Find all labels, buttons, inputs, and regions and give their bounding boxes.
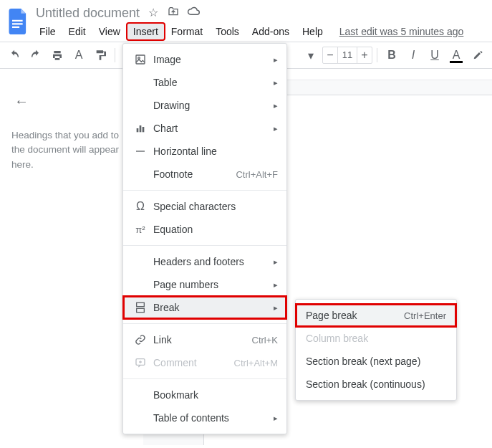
submenu-arrow-icon: ▸ xyxy=(274,124,278,133)
break-icon xyxy=(132,302,149,313)
submenu-item-label: Column break xyxy=(306,333,446,344)
bold-button[interactable]: B xyxy=(382,45,402,65)
redo-button[interactable] xyxy=(26,45,46,65)
menu-item-label: Drawing xyxy=(149,100,274,111)
insert-item-footnote[interactable]: FootnoteCtrl+Alt+F xyxy=(123,163,286,186)
last-edit-link[interactable]: Last edit was 5 minutes ago xyxy=(339,26,464,37)
text-color-button[interactable]: A xyxy=(446,45,466,65)
menu-item-shortcut: Ctrl+K xyxy=(252,335,278,345)
menu-item-label: Page numbers xyxy=(149,279,274,290)
insert-item-horizontal-line[interactable]: Horizontal line xyxy=(123,140,286,163)
menu-item-label: Image xyxy=(149,54,274,65)
break-item-section-break-next-page-[interactable]: Section break (next page) xyxy=(296,350,456,373)
menu-separator xyxy=(123,323,286,324)
submenu-item-label: Section break (next page) xyxy=(306,356,446,367)
menubar: File Edit View Insert Format Tools Add-o… xyxy=(32,22,486,42)
break-item-column-break: Column break xyxy=(296,327,456,350)
move-icon[interactable] xyxy=(167,6,180,20)
menu-item-label: Chart xyxy=(149,123,274,134)
special-icon: Ω xyxy=(132,200,149,213)
chart-icon xyxy=(132,123,149,134)
menu-file[interactable]: File xyxy=(33,23,62,40)
insert-item-link[interactable]: LinkCtrl+K xyxy=(123,328,286,351)
submenu-arrow-icon: ▸ xyxy=(274,280,278,290)
outline-placeholder: Headings that you add to the document wi… xyxy=(11,128,132,172)
svg-rect-2 xyxy=(12,27,19,28)
menu-insert[interactable]: Insert xyxy=(127,23,165,40)
svg-rect-0 xyxy=(12,20,23,22)
font-size-value[interactable]: 11 xyxy=(337,47,357,63)
menu-separator xyxy=(123,378,286,379)
italic-button[interactable]: I xyxy=(403,45,423,65)
font-size-plus[interactable]: + xyxy=(357,49,372,62)
menu-item-label: Break xyxy=(149,302,274,313)
doc-title[interactable]: Untitled document xyxy=(36,6,140,21)
font-size-control: − 11 + xyxy=(322,47,372,64)
svg-rect-6 xyxy=(140,125,142,132)
insert-item-page-numbers[interactable]: Page numbers▸ xyxy=(123,273,286,296)
break-item-page-break[interactable]: Page breakCtrl+Enter xyxy=(296,304,456,327)
insert-item-chart[interactable]: Chart▸ xyxy=(123,117,286,140)
submenu-arrow-icon: ▸ xyxy=(274,303,278,313)
menu-view[interactable]: View xyxy=(92,23,127,40)
image-icon xyxy=(132,54,149,65)
svg-rect-10 xyxy=(137,308,145,312)
menu-separator xyxy=(123,245,286,246)
underline-button[interactable]: U xyxy=(425,45,445,65)
menu-separator xyxy=(123,190,286,191)
spellcheck-button[interactable]: A xyxy=(69,45,89,65)
menu-item-label: Comment xyxy=(149,357,234,368)
print-button[interactable] xyxy=(47,45,67,65)
submenu-arrow-icon: ▸ xyxy=(274,78,278,87)
submenu-arrow-icon: ▸ xyxy=(274,414,278,423)
submenu-item-label: Page break xyxy=(306,310,404,321)
cloud-icon[interactable] xyxy=(187,6,200,20)
menu-item-label: Equation xyxy=(149,224,278,235)
svg-rect-7 xyxy=(143,127,145,132)
highlight-button[interactable] xyxy=(468,45,488,65)
star-icon[interactable]: ☆ xyxy=(147,6,160,20)
menu-tools[interactable]: Tools xyxy=(209,23,246,40)
break-submenu: Page breakCtrl+EnterColumn breakSection … xyxy=(295,299,457,401)
paint-format-button[interactable] xyxy=(90,45,110,65)
menu-item-label: Special characters xyxy=(149,201,278,212)
svg-rect-5 xyxy=(137,128,139,132)
insert-item-table[interactable]: Table▸ xyxy=(123,71,286,94)
menu-item-label: Table of contents xyxy=(149,412,274,424)
menu-item-label: Footnote xyxy=(149,168,236,180)
font-dropdown[interactable]: ▾ xyxy=(301,45,321,65)
svg-point-4 xyxy=(138,57,140,59)
docs-logo[interactable] xyxy=(6,4,32,39)
menu-item-shortcut: Ctrl+Alt+F xyxy=(236,169,278,180)
submenu-arrow-icon: ▸ xyxy=(274,55,278,65)
insert-item-special-characters[interactable]: ΩSpecial characters xyxy=(123,195,286,218)
outline-sidebar: ← Headings that you add to the document … xyxy=(0,69,143,445)
svg-rect-3 xyxy=(136,55,145,64)
menu-format[interactable]: Format xyxy=(165,23,209,40)
break-item-section-break-continuous-[interactable]: Section break (continuous) xyxy=(296,373,456,396)
menu-edit[interactable]: Edit xyxy=(62,23,92,40)
menu-item-label: Horizontal line xyxy=(149,146,278,157)
menu-help[interactable]: Help xyxy=(296,23,329,40)
insert-menu-dropdown: Image▸Table▸Drawing▸Chart▸Horizontal lin… xyxy=(122,43,287,434)
font-size-minus[interactable]: − xyxy=(323,49,337,62)
insert-item-comment: CommentCtrl+Alt+M xyxy=(123,351,286,374)
comment-icon xyxy=(132,357,149,368)
menu-item-shortcut: Ctrl+Alt+M xyxy=(234,358,278,368)
link-icon xyxy=(132,334,149,345)
menu-item-label: Bookmark xyxy=(149,389,278,401)
insert-item-image[interactable]: Image▸ xyxy=(123,48,286,71)
svg-rect-9 xyxy=(137,302,145,306)
insert-item-table-of-contents[interactable]: Table of contents▸ xyxy=(123,406,286,429)
insert-item-headers-and-footers[interactable]: Headers and footers▸ xyxy=(123,250,286,273)
insert-item-drawing[interactable]: Drawing▸ xyxy=(123,94,286,117)
undo-button[interactable] xyxy=(4,45,24,65)
menu-item-label: Headers and footers xyxy=(149,256,274,267)
insert-item-break[interactable]: Break▸ xyxy=(123,296,286,319)
submenu-arrow-icon: ▸ xyxy=(274,101,278,110)
insert-item-equation[interactable]: π²Equation xyxy=(123,218,286,241)
submenu-item-shortcut: Ctrl+Enter xyxy=(404,310,446,321)
back-arrow-icon[interactable]: ← xyxy=(14,93,132,110)
insert-item-bookmark[interactable]: Bookmark xyxy=(123,383,286,406)
menu-addons[interactable]: Add-ons xyxy=(246,23,296,40)
